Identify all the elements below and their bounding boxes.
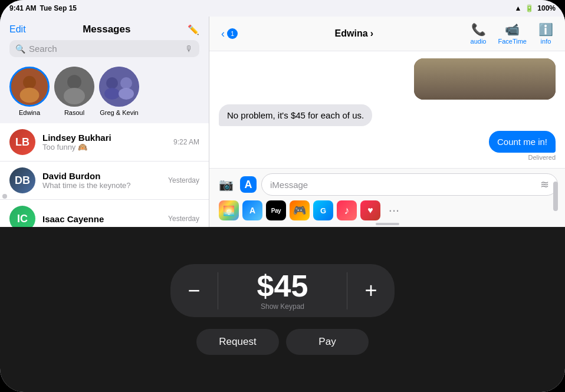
- edit-button[interactable]: Edit: [9, 24, 26, 35]
- message-time-lindsey: 9:22 AM: [173, 138, 199, 146]
- info-icon: ℹ️: [538, 22, 553, 37]
- facetime-icon: 📹: [505, 22, 520, 37]
- message-preview-lindsey: Too funny 🙉: [42, 143, 166, 151]
- pinned-label-greg-kevin: Greg & Kevin: [100, 109, 138, 116]
- imessage-placeholder: iMessage: [270, 180, 308, 190]
- pinned-contact-greg-kevin[interactable]: Greg & Kevin: [99, 67, 139, 116]
- message-item-isaac[interactable]: IC Isaac Cayenne Yesterday: [0, 200, 209, 229]
- audio-action[interactable]: 📞 audio: [471, 22, 487, 45]
- back-chevron: ‹: [221, 28, 225, 40]
- message-input-bar: 📷 A iMessage ≋ 🌅 A Pay 🎮 G: [209, 168, 565, 229]
- status-date: Tue Sep 15: [40, 4, 77, 12]
- sidebar: Edit Messages ✏️ 🔍 Search 🎙: [0, 17, 209, 229]
- facetime-label: FaceTime: [498, 38, 527, 45]
- message-time-david: Yesterday: [168, 176, 199, 185]
- wifi-icon: ▲: [514, 4, 521, 12]
- music-app-icon[interactable]: ♪: [337, 200, 357, 220]
- battery-label: 100%: [537, 4, 556, 12]
- appstore-app-icon[interactable]: A: [242, 200, 262, 220]
- message-content-isaac: Isaac Cayenne: [42, 214, 161, 224]
- search-bar[interactable]: 🔍 Search 🎙: [9, 40, 199, 57]
- home-indicator[interactable]: [553, 182, 558, 211]
- status-bar-left: 9:41 AM Tue Sep 15: [9, 4, 77, 12]
- pinned-label-rasoul: Rasoul: [64, 109, 84, 116]
- microphone-icon[interactable]: 🎙: [185, 44, 193, 54]
- status-time: 9:41 AM: [9, 4, 37, 12]
- app-icon-row: 🌅 A Pay 🎮 G ♪ ♥ ···: [216, 196, 558, 223]
- decrement-button[interactable]: −: [170, 264, 218, 317]
- camera-button[interactable]: 📷: [216, 175, 235, 194]
- more-app-icon[interactable]: ···: [384, 200, 404, 220]
- message-content-lindsey: Lindsey Bukhari Too funny 🙉: [42, 133, 166, 151]
- request-button[interactable]: Request: [196, 329, 279, 355]
- right-divider: [347, 272, 347, 309]
- svg-point-8: [120, 77, 132, 89]
- message-list: LB Lindsey Bukhari Too funny 🙉 9:22 AM D…: [0, 123, 209, 229]
- left-divider: [218, 272, 218, 309]
- photos-app-icon[interactable]: 🌅: [219, 200, 239, 220]
- scroll-indicator: [376, 223, 399, 225]
- input-row: 📷 A iMessage ≋: [216, 173, 558, 196]
- contact-chevron: ›: [370, 28, 373, 39]
- svg-point-5: [64, 88, 85, 104]
- audio-icon: 📞: [471, 22, 486, 37]
- lock-button[interactable]: [2, 194, 7, 199]
- message-name-isaac: Isaac Cayenne: [42, 214, 161, 224]
- applepay-overlay: − $45 Show Keypad + Request Pay: [0, 227, 565, 392]
- received-bubble: No problem, it's $45 for each of us.: [219, 104, 372, 126]
- heart-app-icon[interactable]: ♥: [360, 200, 380, 220]
- svg-point-7: [106, 77, 118, 89]
- message-name-lindsey: Lindsey Bukhari: [42, 133, 166, 143]
- pinned-label-edwina: Edwina: [19, 109, 40, 116]
- delivered-label: Delivered: [528, 154, 556, 161]
- chat-contact-name[interactable]: Edwina ›: [335, 28, 373, 39]
- payment-pill: − $45 Show Keypad +: [170, 264, 395, 317]
- search-icon: 🔍: [15, 44, 25, 54]
- avatar-isaac: IC: [9, 206, 35, 229]
- svg-point-4: [67, 75, 81, 89]
- appstore-button[interactable]: A: [240, 176, 257, 193]
- payment-amount: $45: [257, 271, 308, 301]
- info-action[interactable]: ℹ️ info: [538, 22, 553, 45]
- pinned-contact-edwina[interactable]: Edwina: [9, 67, 50, 116]
- message-item-david[interactable]: DB David Burdon What time is the keynote…: [0, 162, 209, 200]
- battery-icon: 🔋: [525, 4, 534, 12]
- avatar-david: DB: [9, 167, 35, 193]
- svg-point-2: [20, 88, 40, 103]
- increment-button[interactable]: +: [347, 264, 395, 317]
- search-input[interactable]: Search: [29, 44, 182, 54]
- message-item-lindsey[interactable]: LB Lindsey Bukhari Too funny 🙉 9:22 AM: [0, 123, 209, 162]
- ipad-frame: 9:41 AM Tue Sep 15 ▲ 🔋 100% Edit Message…: [0, 0, 565, 392]
- chat-area: ‹ 1 Edwina › 📞 audio 📹: [209, 17, 565, 229]
- message-content-david: David Burdon What time is the keynote?: [42, 171, 161, 190]
- chat-messages: No problem, it's $45 for each of us. Cou…: [209, 51, 565, 168]
- sidebar-header: Edit Messages ✏️: [0, 17, 209, 40]
- pinned-contact-rasoul[interactable]: Rasoul: [54, 67, 94, 116]
- show-keypad-label[interactable]: Show Keypad: [261, 302, 304, 311]
- pinned-avatar-rasoul: [54, 67, 94, 107]
- svg-point-6: [99, 67, 139, 107]
- chat-actions: 📞 audio 📹 FaceTime ℹ️ info: [471, 22, 553, 45]
- avatar-lindsey: LB: [9, 129, 35, 155]
- messages-area: Edit Messages ✏️ 🔍 Search 🎙: [0, 17, 565, 229]
- compose-button[interactable]: ✏️: [188, 24, 199, 35]
- status-bar: 9:41 AM Tue Sep 15 ▲ 🔋 100%: [0, 0, 565, 17]
- waveform-icon: ≋: [540, 178, 549, 191]
- game-app-icon[interactable]: 🎮: [290, 200, 310, 220]
- pay-button[interactable]: Pay: [286, 329, 369, 355]
- svg-point-9: [104, 88, 120, 100]
- sidebar-title: Messages: [83, 24, 130, 35]
- svg-point-10: [119, 88, 134, 100]
- message-time-isaac: Yesterday: [168, 215, 199, 223]
- imessage-input[interactable]: iMessage ≋: [261, 173, 558, 196]
- audio-label: audio: [471, 38, 487, 45]
- svg-rect-11: [414, 58, 556, 100]
- message-name-david: David Burdon: [42, 171, 161, 181]
- payment-center: $45 Show Keypad: [218, 271, 347, 311]
- giphy-app-icon[interactable]: G: [313, 200, 333, 220]
- svg-point-1: [23, 76, 36, 89]
- facetime-action[interactable]: 📹 FaceTime: [498, 22, 527, 45]
- applepay-app-icon[interactable]: Pay: [266, 200, 286, 220]
- back-button[interactable]: ‹ 1: [221, 28, 238, 40]
- back-badge: 1: [227, 28, 238, 39]
